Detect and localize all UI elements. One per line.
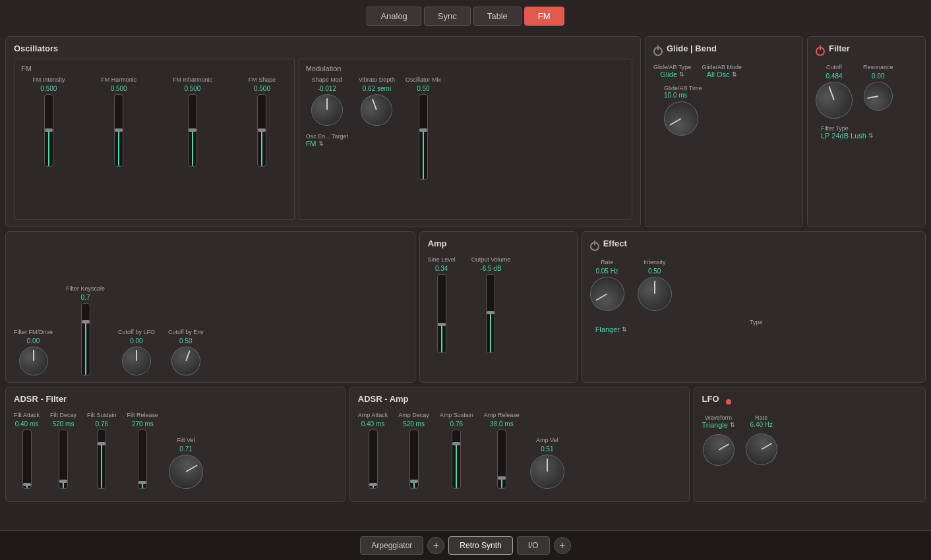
lfo-rate-knob[interactable]: [740, 428, 783, 471]
retro-synth-tab[interactable]: Retro Synth: [448, 536, 512, 555]
amp-sustain-slider[interactable]: [452, 430, 461, 489]
fm-intensity-slider[interactable]: [44, 94, 53, 167]
tab-table[interactable]: Table: [473, 7, 522, 26]
effect-type-value: Flanger: [595, 325, 620, 333]
sine-level-slider[interactable]: [437, 274, 446, 353]
filter-fm-drive-value: 0.00: [27, 337, 40, 345]
amp-panel: Amp Sine Level 0.34 Output Volume -6.5 d…: [419, 231, 578, 383]
amp-vel-label: Amp Vel: [536, 437, 558, 443]
cutoff-lfo-knob[interactable]: [122, 347, 151, 376]
glide-type-control: Glide/AB Type Glide ⇅: [653, 64, 691, 78]
osc-target-label: Osc En... Target: [306, 133, 348, 140]
filter-type-select[interactable]: LP 24dB Lush ⇅: [821, 132, 874, 140]
effect-header: Effect: [590, 238, 917, 254]
arpeggiator-tab[interactable]: Arpeggiator: [360, 536, 423, 555]
output-volume-slider[interactable]: [486, 274, 495, 353]
filt-release-slider[interactable]: [138, 430, 147, 489]
filter-fm-panel: Filter FM/Drive 0.00 Filter Keyscale 0.7…: [5, 231, 415, 383]
effect-power-icon[interactable]: [590, 242, 599, 251]
glide-type-select[interactable]: Glide ⇅: [660, 70, 684, 78]
tab-bar: Analog Sync Table FM: [0, 0, 931, 32]
amp-decay-slider[interactable]: [409, 430, 419, 489]
bottom-bar: Arpeggiator + Retro Synth I/O +: [0, 530, 931, 560]
effect-controls: Rate 0.05 Hz Intensity 0.50: [590, 259, 917, 311]
effect-rate-knob[interactable]: [584, 270, 630, 317]
lfo-waveform-knob[interactable]: [697, 428, 740, 472]
filt-attack-slider[interactable]: [22, 430, 32, 489]
glide-time-knob[interactable]: [657, 95, 704, 142]
fm-harmonic-control: FM Harmonic 0.500: [101, 76, 136, 167]
filter-type-label: Filter Type: [821, 125, 849, 132]
cutoff-knob[interactable]: [810, 76, 858, 124]
modulation-section: Modulation Shape Mod -0.012 Osc En... Ta…: [299, 59, 632, 220]
amp-release-slider[interactable]: [497, 430, 506, 489]
lfo-rate-label: Rate: [755, 414, 767, 421]
fm-shape-slider[interactable]: [257, 94, 266, 167]
filt-vel-knob[interactable]: [163, 448, 210, 495]
filter-keyscale-value: 0.7: [81, 294, 90, 301]
lfo-rate-value: 6.40 Hz: [750, 421, 773, 428]
cutoff-lfo-label: Cutoff by LFO: [118, 329, 155, 335]
glide-mode-select[interactable]: All Osc ⇅: [707, 70, 737, 78]
amp-attack-slider[interactable]: [369, 430, 378, 489]
effect-intensity-control: Intensity 0.50: [638, 259, 672, 311]
filter-fm-drive-label: Filter FM/Drive: [14, 329, 53, 335]
vibrato-knob[interactable]: [357, 90, 398, 130]
cutoff-env-knob[interactable]: [167, 343, 204, 379]
filt-decay-value: 520 ms: [53, 420, 75, 428]
adsr-amp-title: ADSR - Amp: [358, 394, 681, 404]
filt-sustain-control: Filt Sustain 0.76: [87, 412, 117, 489]
lfo-panel: LFO Waveform Triangle ⇅ Rate 6.40 Hz: [694, 387, 926, 502]
add-tab-btn-2[interactable]: +: [554, 537, 571, 554]
fm-inharmonic-value: 0.500: [184, 85, 200, 92]
fm-shape-label: FM Shape: [249, 76, 276, 83]
tab-fm[interactable]: FM: [524, 7, 564, 26]
filt-attack-control: Filt Attack 0.40 ms: [14, 412, 40, 489]
cutoff-lfo-control: Cutoff by LFO 0.00: [118, 329, 155, 376]
io-tab[interactable]: I/O: [517, 536, 550, 555]
glide-power-icon[interactable]: [653, 47, 663, 56]
effect-intensity-knob[interactable]: [638, 277, 672, 311]
lfo-controls: Waveform Triangle ⇅ Rate 6.40 Hz: [702, 414, 918, 466]
resonance-knob[interactable]: [861, 80, 895, 113]
filter-keyscale-control: Filter Keyscale 0.7: [66, 285, 105, 376]
effect-rate-value: 0.05 Hz: [595, 267, 618, 275]
filter-keyscale-slider[interactable]: [81, 303, 90, 376]
vibrato-control: Vibrato Depth 0.62 semi: [359, 76, 395, 126]
filter-power-icon[interactable]: [816, 47, 825, 56]
fm-intensity-control: FM Intensity 0.500: [32, 76, 65, 167]
top-row: Oscillators FM FM Intensity 0.500: [5, 36, 926, 227]
filt-attack-label: Filt Attack: [14, 412, 40, 418]
tab-sync[interactable]: Sync: [424, 7, 471, 26]
output-volume-control: Output Volume -6.5 dB: [471, 256, 511, 353]
lfo-waveform-select[interactable]: Triangle ⇅: [702, 421, 735, 429]
lfo-waveform-control: Waveform Triangle ⇅: [702, 414, 735, 466]
tab-analog[interactable]: Analog: [367, 7, 421, 26]
filter-title: Filter: [829, 43, 850, 53]
filt-vel-label: Filt Vel: [177, 437, 195, 443]
fm-inharmonic-slider[interactable]: [188, 94, 197, 167]
filter-fm-drive-knob[interactable]: [19, 347, 48, 376]
amp-attack-label: Amp Attack: [358, 412, 388, 418]
shape-mod-knob[interactable]: [311, 94, 343, 126]
amp-vel-value: 0.51: [541, 445, 553, 453]
add-tab-btn-1[interactable]: +: [427, 537, 444, 554]
filt-release-control: Filt Release 270 ms: [127, 412, 159, 489]
cutoff-lfo-value: 0.00: [130, 337, 142, 345]
amp-decay-control: Amp Decay 520 ms: [398, 412, 429, 489]
amp-attack-value: 0.40 ms: [361, 420, 385, 428]
fm-harmonic-slider[interactable]: [114, 94, 123, 167]
filt-release-value: 270 ms: [132, 420, 154, 428]
filter-panel: Filter Cutoff 0.484 Resonance 0.00 Filte…: [807, 36, 926, 227]
filt-decay-label: Filt Decay: [50, 412, 76, 418]
effect-type-select[interactable]: Flanger ⇅: [595, 325, 917, 333]
osc-target-select[interactable]: FM ⇅: [306, 140, 348, 148]
glide-top-row: Glide/AB Type Glide ⇅ Glide/AB Mode All …: [653, 64, 795, 78]
adsr-filter-panel: ADSR - Filter Filt Attack 0.40 ms Filt D…: [5, 387, 345, 502]
amp-vel-knob[interactable]: [530, 455, 564, 489]
glide-mode-label: Glide/AB Mode: [702, 64, 742, 70]
glide-title: Glide | Bend: [667, 43, 717, 53]
osc-mix-slider[interactable]: [419, 94, 428, 180]
filt-decay-slider[interactable]: [59, 430, 68, 489]
filt-sustain-slider[interactable]: [97, 430, 106, 489]
